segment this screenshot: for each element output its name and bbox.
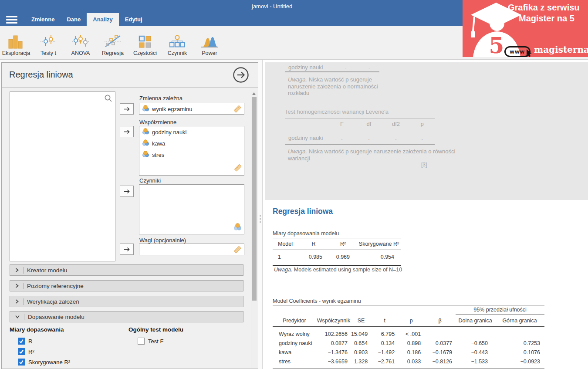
- checkbox-box: [18, 338, 25, 345]
- ribbon-testy-t[interactable]: Testy t: [32, 30, 64, 59]
- table-row: Wyraz wolny 102.2656 15.049 6.795 < .001: [273, 327, 544, 339]
- ribbon-regresja[interactable]: Regresja: [97, 30, 129, 59]
- checkbox-box: [18, 359, 25, 366]
- cell: 0.654: [351, 339, 371, 348]
- nominal-variable-icon: [142, 128, 149, 136]
- variable-item[interactable]: kawa: [139, 138, 244, 149]
- ribbon-label: Regresja: [102, 50, 124, 56]
- continuous-ruler-icon: [233, 246, 241, 255]
- assign-dependent-button[interactable]: [120, 103, 134, 115]
- variable-item[interactable]: wynik egzaminu: [139, 103, 244, 115]
- overall-test-group-title: Ogólny test modelu: [128, 326, 183, 333]
- ribbon-label: Power: [202, 50, 217, 56]
- tab-dane[interactable]: Dane: [61, 13, 87, 26]
- ribbon-czestosci[interactable]: Częstości: [129, 30, 161, 59]
- cell: .: [333, 64, 359, 71]
- section-kreator-modelu[interactable]: Kreator modelu: [10, 264, 243, 276]
- banner-line-2: Magister na 5: [519, 14, 574, 24]
- table-row: godziny nauki . . . .: [285, 130, 435, 145]
- ribbon-czynnik[interactable]: Czynnik: [161, 30, 193, 59]
- cell: 0.186: [398, 348, 424, 357]
- cell: R: [298, 238, 329, 250]
- previous-results-selection[interactable]: godziny nauki . . Uwaga. Niska wartość p…: [265, 62, 588, 200]
- promo-banner: 5 Grafika z serwisu Magister na 5 www ma…: [463, 0, 588, 57]
- t-test-icon: [40, 32, 57, 49]
- cell: [424, 327, 456, 339]
- section-dopasowanie-modelu[interactable]: Dopasowanie modelu: [10, 311, 243, 322]
- dependent-field[interactable]: wynik egzaminu: [139, 103, 244, 115]
- footnote-marker: [3]: [421, 162, 427, 168]
- weights-field[interactable]: [139, 244, 244, 255]
- cell: t: [371, 315, 398, 327]
- ribbon-label: Testy t: [41, 50, 56, 56]
- ribbon-eksploracja[interactable]: Eksploracja: [0, 30, 32, 59]
- checkbox-r[interactable]: R: [18, 338, 32, 345]
- variable-item[interactable]: godziny nauki: [139, 126, 244, 138]
- tab-zmienne[interactable]: Zmienne: [25, 13, 61, 26]
- checkbox-box: [138, 338, 145, 345]
- cell: 0.969: [329, 250, 357, 266]
- ribbon-anova[interactable]: ANOVA: [64, 30, 97, 59]
- ribbon-power[interactable]: Power: [193, 30, 226, 59]
- factors-field[interactable]: [139, 184, 244, 234]
- cell: −0.650: [456, 339, 495, 348]
- cell: godziny nauki: [285, 64, 333, 71]
- table-row: 1 0.985 0.969 0.954: [273, 250, 401, 266]
- checkbox-test-f[interactable]: Test F: [138, 338, 163, 345]
- ribbon-label: Czynnik: [168, 50, 187, 56]
- cell: [495, 327, 544, 339]
- cell: 0.903: [351, 348, 371, 357]
- cell: β: [424, 315, 456, 327]
- section-label: Weryfikacja założeń: [27, 298, 79, 305]
- cell: df: [355, 118, 382, 130]
- section-weryfikacja-zalozen[interactable]: Weryfikacja założeń: [10, 296, 243, 307]
- cell: .: [409, 130, 435, 145]
- covariates-field[interactable]: godziny nauki kawa stres: [139, 126, 244, 176]
- tab-edytuj[interactable]: Edytuj: [119, 13, 149, 26]
- nominal-variable-icon: [142, 139, 149, 148]
- hide-options-button[interactable]: [233, 67, 249, 83]
- factor-icon: [169, 32, 185, 49]
- cell: 1.328: [351, 357, 371, 369]
- scrollbar-up-icon[interactable]: [252, 92, 256, 95]
- cell: stres: [273, 357, 316, 369]
- ribbon-label: ANOVA: [71, 50, 90, 56]
- cell: 0.985: [298, 250, 329, 266]
- anova-icon: [72, 32, 89, 49]
- cell: 0.954: [357, 250, 401, 266]
- cell: −1.492: [371, 348, 398, 357]
- cell: .: [328, 130, 355, 145]
- note-prefix: Uwaga.: [288, 148, 307, 155]
- search-icon[interactable]: [104, 94, 112, 104]
- checkbox-adjusted-r2[interactable]: Skorygowane R²: [18, 359, 70, 366]
- variance-note: Uwaga. Niska wartość p sugeruje naruszen…: [288, 148, 471, 162]
- section-poziomy-referencyjne[interactable]: Poziomy referencyjne: [10, 280, 243, 291]
- options-scrollbar[interactable]: [251, 91, 257, 368]
- hamburger-menu-button[interactable]: [0, 13, 25, 26]
- dependent-field-label: Zmienna zależna: [139, 95, 182, 102]
- variable-item[interactable]: stres: [139, 149, 244, 160]
- assign-covariates-button[interactable]: [120, 126, 134, 137]
- weights-field-label: Wagi (opcjonalnie): [139, 237, 186, 244]
- cell: < .001: [398, 327, 424, 339]
- cell: godziny nauki: [285, 130, 328, 145]
- note-prefix: Uwaga.: [274, 267, 292, 273]
- cell: .: [382, 130, 409, 145]
- scrollbar-thumb[interactable]: [252, 97, 257, 301]
- chevron-down-icon: [15, 314, 20, 319]
- assign-factors-button[interactable]: [120, 186, 134, 197]
- checkbox-r2[interactable]: R²: [18, 348, 34, 355]
- available-variables-list[interactable]: [10, 91, 115, 261]
- cell: godziny nauki: [273, 339, 316, 348]
- coefficients-table-title: Model Coefficients - wynik egzaminu: [273, 298, 361, 304]
- cell: [285, 118, 328, 130]
- fit-table-note: Uwaga. Models estimated using sample siz…: [274, 266, 405, 273]
- panel-splitter[interactable]: [258, 60, 262, 369]
- power-icon: [200, 32, 219, 49]
- table-header-row: Model R R² Skorygowane R²: [273, 238, 401, 250]
- tab-analizy[interactable]: Analizy: [87, 13, 119, 26]
- cell: 102.2656: [316, 327, 351, 339]
- frequencies-icon: [139, 32, 152, 49]
- cell: 0.033: [398, 357, 424, 369]
- assign-weights-button[interactable]: [120, 244, 134, 255]
